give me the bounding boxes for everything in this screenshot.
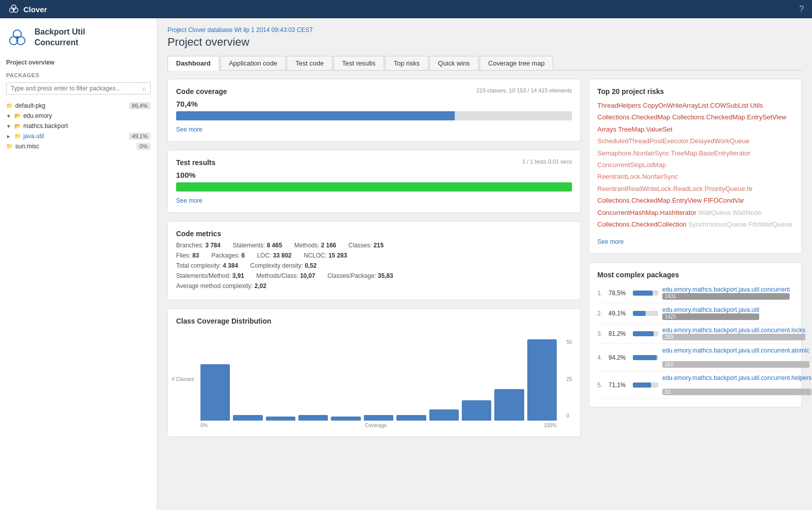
- package-badge: 49,1%: [129, 133, 151, 140]
- list-item[interactable]: ▼ 📂 mathcs.backport: [6, 121, 151, 131]
- package-link[interactable]: edu.emory.mathcs.backport.java.util: [662, 306, 759, 313]
- metrics-row: Branches: 3 784 Statements: 8 465 Method…: [176, 242, 572, 249]
- metrics-row: Statements/Method: 3,91 Methods/Class: 1…: [176, 272, 572, 279]
- code-coverage-bar: [176, 111, 572, 120]
- top-risks-see-more[interactable]: See more: [597, 238, 624, 245]
- list-item: 4. 94,2% edu.emory.mathcs.backport.java.…: [597, 344, 793, 371]
- metric-item: Branches: 3 784: [176, 242, 220, 249]
- caret-right-icon: ►: [6, 134, 11, 139]
- risk-item[interactable]: Utils: [750, 102, 763, 109]
- complexity-badge: 1425: [662, 313, 759, 320]
- risk-item[interactable]: ScheduledThreadPoolExecutor.DelayedWorkQ…: [597, 137, 750, 145]
- risk-item[interactable]: Semaphore.NonfairSync: [597, 149, 671, 157]
- rank: 1.: [597, 290, 604, 297]
- risk-item[interactable]: ConcurrentSkipListMap: [597, 161, 666, 169]
- metric-item: Methods: 2 166: [294, 242, 336, 249]
- risk-item[interactable]: ConcurrentHashMap.HashIterator: [597, 209, 698, 216]
- risk-item[interactable]: TreeMap.BaseEntryIterator: [671, 149, 750, 157]
- x-label-end: 100%: [544, 423, 557, 428]
- complexity-badge: 2431: [662, 293, 790, 300]
- help-icon[interactable]: ?: [799, 5, 804, 14]
- package-item[interactable]: ▼ 📂 mathcs.backport: [6, 122, 151, 130]
- risk-item[interactable]: ReentrantReadWriteLock.ReadLock: [597, 185, 705, 193]
- risk-item[interactable]: Collections.CheckedCollection: [597, 220, 688, 228]
- bar: [364, 415, 393, 421]
- svg-point-3: [13, 8, 15, 10]
- package-info: edu.emory.mathcs.backport.java.util.conc…: [662, 286, 790, 300]
- bar-track: [633, 311, 658, 316]
- package-link[interactable]: edu.emory.mathcs.backport.java.util.conc…: [662, 347, 809, 354]
- packages-label: PACKAGES: [6, 72, 151, 78]
- tab-test-results[interactable]: Test results: [333, 56, 384, 70]
- package-item[interactable]: ▼ 📂 edu.emory: [6, 112, 151, 119]
- code-coverage-see-more[interactable]: See more: [176, 126, 202, 133]
- percentage: 49,1%: [608, 310, 629, 317]
- list-item: 1. 78,5% edu.emory.mathcs.backport.java.…: [597, 283, 793, 303]
- risk-item[interactable]: CopyOnWriteArrayList.COWSubList: [643, 102, 750, 109]
- tab-coverage-tree-map[interactable]: Coverage tree map: [480, 56, 553, 70]
- list-item[interactable]: 📁 sun.misc 0%: [6, 141, 151, 151]
- code-coverage-card: Code coverage 215 classes, 10 153 / 14 4…: [167, 79, 581, 142]
- package-name: sun.misc: [15, 143, 39, 150]
- metric-item: Average method complexity: 2,02: [176, 282, 266, 290]
- chart-bars: [190, 339, 572, 421]
- package-name: edu.emory: [23, 112, 52, 119]
- risk-item[interactable]: ThreadHelpers: [597, 102, 643, 109]
- sidebar-nav-label: Project overview: [6, 59, 151, 66]
- bar: [462, 400, 491, 421]
- risk-item[interactable]: ReentrantLock.NonfairSync: [597, 173, 678, 180]
- tab-test-code[interactable]: Test code: [287, 56, 332, 70]
- code-metrics-card: Code metrics Branches: 3 784 Statements:…: [167, 221, 581, 300]
- tab-quick-wins[interactable]: Quick wins: [429, 56, 479, 70]
- package-item[interactable]: ► 📁 java.util 49,1%: [6, 133, 151, 140]
- risk-item[interactable]: Arrays: [597, 125, 618, 133]
- right-column: Top 20 project risks ThreadHelpers CopyO…: [589, 79, 802, 437]
- percentage: 71,1%: [608, 381, 629, 389]
- search-input[interactable]: [11, 85, 143, 92]
- folder-open-icon: 📂: [14, 123, 21, 130]
- code-coverage-fill: [176, 111, 455, 120]
- metric-item: Packages: 6: [211, 252, 245, 259]
- topbar: Clover ?: [0, 0, 812, 18]
- tab-top-risks[interactable]: Top risks: [385, 56, 428, 70]
- package-link[interactable]: edu.emory.mathcs.backport.java.util.conc…: [662, 286, 790, 293]
- bar: [396, 415, 426, 421]
- risk-item[interactable]: Collections.CheckedMap.EntryView: [597, 197, 703, 204]
- risks-container: ThreadHelpers CopyOnWriteArrayList.COWSu…: [597, 100, 793, 230]
- package-link[interactable]: edu.emory.mathcs.backport.java.util.conc…: [662, 374, 811, 381]
- breadcrumb: Project Clover database Wt lip 1 2014 09…: [167, 26, 802, 34]
- test-results-fill: [176, 182, 572, 192]
- metric-item: Statements/Method: 3,91: [176, 272, 244, 279]
- list-item[interactable]: ► 📁 java.util 49,1%: [6, 131, 151, 141]
- risk-item[interactable]: FIFOCondVar: [703, 197, 744, 204]
- app-logo: Clover: [8, 4, 47, 15]
- rank: 3.: [597, 330, 604, 337]
- risk-item[interactable]: Collections.CheckedMap: [597, 113, 672, 121]
- bar: [429, 409, 459, 421]
- metrics-row: Files: 83 Packages: 6 LOC: 33 802 NCLOC:…: [176, 252, 572, 259]
- package-info: edu.emory.mathcs.backport.java.util.conc…: [662, 347, 809, 368]
- metric-item: Complexity density: 0,52: [250, 262, 317, 269]
- risk-item[interactable]: PriorityQueue.Itr: [705, 185, 753, 193]
- x-label-mid: Coverage: [365, 423, 387, 428]
- most-complex-title: Most complex packages: [597, 271, 793, 279]
- package-info: edu.emory.mathcs.backport.java.util.conc…: [662, 374, 811, 395]
- caret-down-icon: ▼: [6, 123, 11, 129]
- package-item[interactable]: 📁 default-pkg 86,4%: [6, 102, 151, 109]
- search-box[interactable]: ⌕: [6, 82, 151, 94]
- list-item[interactable]: 📁 default-pkg 86,4%: [6, 101, 151, 111]
- rank: 4.: [597, 354, 604, 361]
- risk-item[interactable]: TreeMap.ValueSet: [618, 125, 672, 133]
- package-item[interactable]: 📁 sun.misc 0%: [6, 143, 151, 150]
- risk-item[interactable]: SynchronousQueue.FifoWaitQueue: [688, 220, 792, 228]
- package-name: default-pkg: [15, 102, 45, 109]
- tab-application-code[interactable]: Application code: [220, 56, 286, 70]
- package-link[interactable]: edu.emory.mathcs.backport.java.util.conc…: [662, 327, 805, 334]
- x-label-start: 0%: [200, 423, 208, 428]
- risk-item[interactable]: Collections.CheckedMap.EntrySetView: [672, 113, 786, 121]
- test-results-see-more[interactable]: See more: [176, 197, 202, 204]
- list-item[interactable]: ▼ 📂 edu.emory: [6, 111, 151, 121]
- tab-dashboard[interactable]: Dashboard: [167, 56, 219, 71]
- code-coverage-subtitle: 215 classes, 10 153 / 14 415 elements: [477, 87, 572, 93]
- risk-item[interactable]: WaitQueue.WaitNode: [698, 209, 762, 216]
